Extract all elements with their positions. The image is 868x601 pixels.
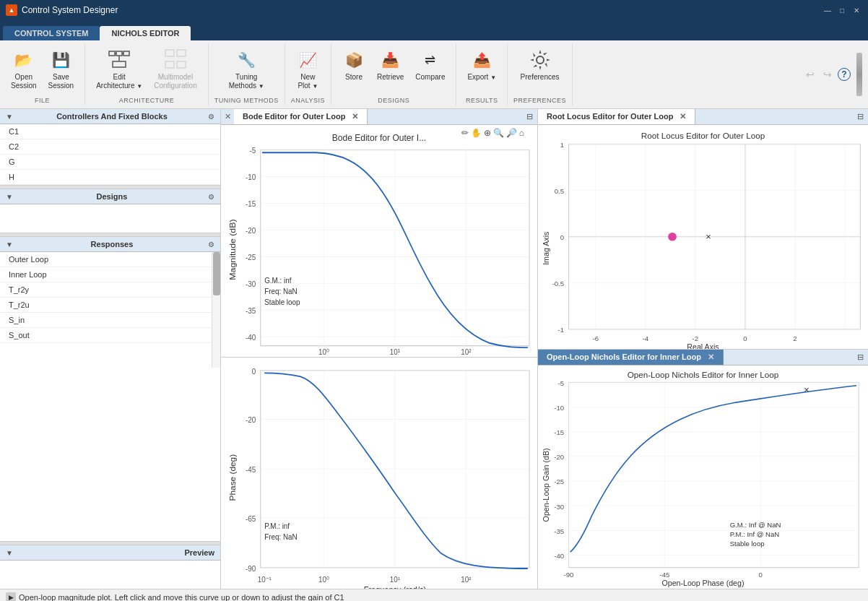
close-button[interactable]: ✕ [851, 4, 862, 16]
tab-control-system[interactable]: CONTROL SYSTEM [3, 26, 100, 40]
root-locus-panel: Root Locus Editor for Outer Loop ✕ ⊟ Roo… [538, 109, 868, 350]
tab-nichols-editor[interactable]: NICHOLS EDITOR [100, 26, 191, 40]
responses-header[interactable]: ▼ Responses ⚙ [0, 237, 220, 252]
undo-button[interactable]: ↩ [803, 67, 817, 82]
svg-text:-4: -4 [643, 334, 649, 342]
arch-buttons: EditArchitecture ▼ MultimodelConfigurati… [91, 45, 202, 94]
help-button[interactable]: ? [838, 68, 851, 81]
new-plot-button[interactable]: 📈 NewPlot ▼ [291, 45, 324, 94]
svg-text:×: × [804, 384, 809, 395]
svg-text:-20: -20 [554, 453, 564, 461]
controllers-header[interactable]: ▼ Controllers And Fixed Blocks ⚙ [0, 109, 220, 124]
bode-tab-close[interactable]: ✕ [352, 112, 358, 121]
bode-column: ✕ Bode Editor for Outer Loop ✕ ⊟ ✏ ✋ ⊕ 🔍 [221, 109, 538, 589]
status-bar: ▶ Open-loop magnitude plot. Left click a… [0, 589, 868, 601]
retrieve-button[interactable]: 📥 Retrieve [372, 45, 409, 85]
svg-text:-1: -1 [558, 326, 565, 334]
redo-button[interactable]: ↪ [820, 67, 835, 82]
svg-point-87 [669, 233, 677, 241]
multimodel-button: MultimodelConfiguration [149, 45, 201, 94]
svg-text:-10: -10 [554, 403, 564, 411]
svg-text:Real Axis: Real Axis [687, 342, 719, 349]
svg-text:Root Locus Editor for Outer Lo: Root Locus Editor for Outer Loop [641, 131, 765, 140]
designs-title: Designs [97, 192, 128, 201]
main-content: ▼ Controllers And Fixed Blocks ⚙ C1 C2 G… [0, 109, 868, 589]
bode-target-icon[interactable]: ⊕ [484, 128, 491, 138]
controllers-section: ▼ Controllers And Fixed Blocks ⚙ C1 C2 G… [0, 109, 220, 185]
open-session-button[interactable]: 📂 OpenSession [6, 45, 42, 94]
bode-tab[interactable]: Bode Editor for Outer Loop ✕ [234, 109, 368, 124]
controller-h[interactable]: H [0, 170, 220, 185]
responses-icons: ⚙ [208, 241, 214, 248]
svg-text:10¹: 10¹ [390, 348, 401, 357]
svg-text:-5: -5 [249, 147, 256, 155]
svg-text:-15: -15 [246, 200, 256, 209]
response-t-r2u[interactable]: T_r2u [0, 298, 220, 313]
response-s-in[interactable]: S_in [0, 313, 220, 328]
bode-maximize-btn[interactable]: ⊟ [522, 109, 537, 124]
edit-architecture-button[interactable]: EditArchitecture ▼ [91, 45, 147, 94]
ribbon-collapse-btn[interactable] [856, 53, 862, 96]
tuning-label: TuningMethods ▼ [229, 73, 264, 90]
app-title: Control System Designer [22, 5, 822, 15]
svg-text:Freq: NaN: Freq: NaN [264, 287, 297, 296]
svg-text:1: 1 [560, 141, 564, 149]
svg-text:-30: -30 [246, 280, 256, 289]
tuning-group-label: TUNING METHODS [214, 94, 279, 104]
tuning-methods-button[interactable]: 🔧 TuningMethods ▼ [224, 45, 269, 94]
controllers-settings-icon[interactable]: ⚙ [208, 113, 214, 121]
svg-text:Bode Editor for Outer I...: Bode Editor for Outer I... [332, 132, 426, 144]
preview-header[interactable]: ▼ Preview [0, 545, 220, 561]
ribbon-group-results: 📤 Export ▼ RESULTS [456, 43, 508, 105]
compare-button[interactable]: ⇌ Compare [410, 45, 450, 85]
bode-close-left[interactable]: ✕ [221, 109, 234, 124]
controller-c2[interactable]: C2 [0, 139, 220, 155]
designs-settings-icon[interactable]: ⚙ [208, 193, 214, 201]
response-s-out[interactable]: S_out [0, 328, 220, 343]
rootlocus-tab-strip: Root Locus Editor for Outer Loop ✕ ⊟ [538, 109, 868, 125]
svg-text:×: × [706, 231, 711, 242]
bode-zoomin-icon[interactable]: 🔍 [493, 128, 504, 138]
nichols-maximize-btn[interactable]: ⊟ [853, 350, 868, 365]
controller-c1[interactable]: C1 [0, 124, 220, 139]
open-icon: 📂 [12, 48, 35, 72]
preview-collapse-icon: ▼ [6, 549, 13, 557]
nichols-tab-close[interactable]: ✕ [708, 353, 714, 361]
svg-rect-1 [116, 51, 122, 56]
title-bar: ▲ Control System Designer — □ ✕ [0, 0, 868, 20]
bode-edit-icon[interactable]: ✏ [461, 128, 469, 138]
store-button[interactable]: 📦 Store [337, 45, 370, 85]
save-session-button[interactable]: 💾 SaveSession [43, 45, 79, 94]
response-t-r2y[interactable]: T_r2y [0, 282, 220, 298]
retrieve-label: Retrieve [377, 73, 404, 82]
response-outer-loop[interactable]: Outer Loop [0, 252, 220, 267]
svg-text:P.M.: inf: P.M.: inf [264, 522, 290, 530]
bode-home-icon[interactable]: ⌂ [519, 128, 524, 138]
svg-text:Stable loop: Stable loop [264, 298, 300, 306]
bode-zoomout-icon[interactable]: 🔎 [506, 128, 517, 138]
response-inner-loop[interactable]: Inner Loop [0, 267, 220, 282]
nichols-tab[interactable]: Open-Loop Nichols Editor for Inner Loop … [538, 350, 724, 365]
bode-phase-panel: Phase (deg) 0 [221, 358, 537, 589]
minimize-button[interactable]: — [822, 4, 833, 16]
svg-text:-2: -2 [693, 334, 699, 342]
maximize-button[interactable]: □ [836, 4, 848, 16]
arch-group-label: ARCHITECTURE [119, 94, 175, 104]
responses-settings-icon[interactable]: ⚙ [208, 241, 214, 248]
export-button[interactable]: 📤 Export ▼ [462, 45, 501, 85]
ribbon-group-designs: 📦 Store 📥 Retrieve ⇌ Compare DESIGNS [331, 43, 456, 105]
rootlocus-tab-close[interactable]: ✕ [680, 112, 686, 121]
designs-header[interactable]: ▼ Designs ⚙ [0, 189, 220, 204]
preferences-button[interactable]: Preferences [516, 45, 565, 85]
status-text: Open-loop magnitude plot. Left click and… [19, 593, 344, 602]
responses-scrollbar[interactable] [212, 252, 220, 368]
svg-text:-65: -65 [246, 514, 256, 522]
bode-hand-icon[interactable]: ✋ [471, 128, 482, 138]
svg-text:-90: -90 [246, 564, 256, 572]
rootlocus-maximize-btn[interactable]: ⊟ [853, 109, 868, 124]
controller-g[interactable]: G [0, 155, 220, 170]
arch-icon [108, 48, 131, 72]
prefs-group-label: PREFERENCES [513, 94, 566, 104]
scroll-thumb[interactable] [213, 252, 220, 295]
rootlocus-tab[interactable]: Root Locus Editor for Outer Loop ✕ [538, 109, 695, 124]
